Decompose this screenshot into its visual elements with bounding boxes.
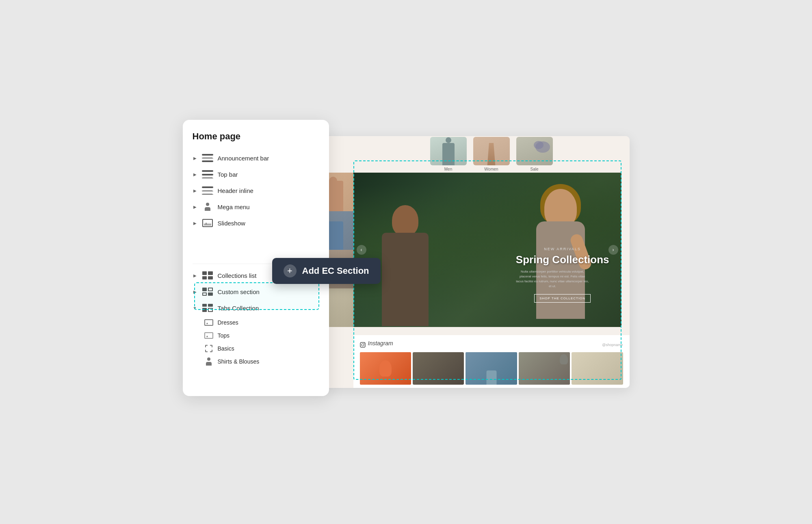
collections-list-icon [201,271,214,280]
sidebar-item-announcement-bar[interactable]: ▶ Announcement bar [183,150,329,166]
add-ec-section-label: Add EC Section [302,266,369,276]
svg-point-4 [364,343,364,344]
instagram-section: Instagram @shopname [353,335,630,388]
announcement-bar-icon [201,154,214,162]
nav-sale-image [516,137,553,165]
chevron-right-icon: ▶ [193,204,197,209]
instagram-thumb-4 [519,352,570,385]
sidebar-sub-item-label: Basics [218,345,234,352]
sidebar-item-label: Collections list [218,272,257,279]
insertion-zone [194,282,319,310]
shirts-blouses-icon [204,358,214,365]
instagram-thumb-5 [572,352,623,385]
basics-icon [204,345,214,352]
instagram-grid [360,352,623,385]
chevron-right-icon: ▶ [193,221,197,225]
sidebar-sub-item-tops[interactable]: Tops [183,329,329,342]
sidebar-item-label: Mega menu [218,204,250,210]
hero-badge: NEW ARRIVALS [516,247,609,251]
add-ec-section-button[interactable]: + Add EC Section [272,258,381,284]
nav-men-image [430,137,467,165]
svg-rect-2 [360,342,365,347]
instagram-thumb-1 [360,352,411,385]
preview-hero: NEW ARRIVALS Spring Collections Nulla ul… [353,173,621,327]
chevron-right-icon: ▶ [193,273,197,278]
chevron-right-icon: ▶ [193,156,197,160]
hero-shop-button[interactable]: SHOP THE COLLECTION [534,294,591,303]
sidebar-sub-item-label: Tops [218,332,230,339]
instagram-icon [360,342,366,348]
chevron-right-icon: ▶ [193,172,197,177]
sidebar-item-label: Header inline [218,187,253,194]
hero-nav-left-button[interactable]: ‹ [357,245,366,255]
tops-icon [204,332,214,339]
sidebar-item-label: Slideshow [218,220,245,227]
chevron-right-icon: ▶ [193,188,197,193]
hero-man-figure [378,205,435,327]
header-inline-icon [201,186,214,195]
instagram-thumb-2 [413,352,464,385]
instagram-thumb-3 [466,352,517,385]
svg-point-1 [534,141,543,149]
nav-women-image [473,137,510,165]
sidebar-item-header-inline[interactable]: ▶ Header inline [183,182,329,199]
hero-content: NEW ARRIVALS Spring Collections Nulla ul… [516,247,609,303]
plus-circle-icon: + [284,264,297,277]
sidebar-item-top-bar[interactable]: ▶ Top bar [183,166,329,182]
slideshow-icon [201,219,214,227]
sidebar-sub-item-label: Dresses [218,319,238,326]
sidebar-sub-item-dresses[interactable]: Dresses [183,316,329,329]
sidebar-item-label: Top bar [218,171,238,178]
page-title: Home page [183,131,329,150]
hero-title: Spring Collections [516,253,609,266]
top-bar-icon [201,170,214,179]
instagram-subtitle: @shopname [602,343,623,347]
svg-point-3 [362,344,364,346]
nav-women-label: Women [484,167,498,171]
sidebar-sub-item-shirts-blouses[interactable]: Shirts & Blouses [183,355,329,368]
nav-men-label: Men [444,167,452,171]
dresses-icon [204,319,214,326]
instagram-title: Instagram [368,340,393,346]
hero-background: NEW ARRIVALS Spring Collections Nulla ul… [353,173,621,327]
hero-nav-right-button[interactable]: › [608,245,618,255]
sidebar-item-mega-menu[interactable]: ▶ Mega menu [183,199,329,215]
sidebar-sub-item-basics[interactable]: Basics [183,342,329,355]
hero-description: Nulla ullamcorper porttitor vehicula vol… [516,269,589,289]
mega-menu-icon [201,202,214,211]
sidebar-item-label: Announcement bar [218,155,269,162]
sidebar-sub-item-label: Shirts & Blouses [218,358,260,365]
nav-sale-label: Sale [530,167,538,171]
sidebar-item-slideshow[interactable]: ▶ Slideshow [183,215,329,231]
